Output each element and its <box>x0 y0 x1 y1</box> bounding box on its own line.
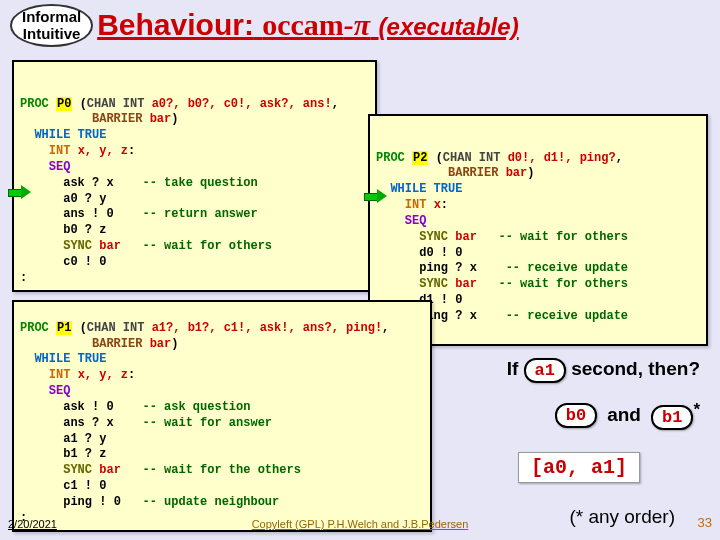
informal-intuitive-oval: InformalIntuitive <box>10 4 93 47</box>
footer-copyleft: Copyleft (GPL) P.H.Welch and J.B.Pederse… <box>252 518 469 530</box>
chip-a1: a1 <box>524 358 566 383</box>
any-order-note: (* any order) <box>569 506 675 528</box>
chip-b1: b1 <box>651 405 693 430</box>
question-text: If a1 second, then? <box>507 358 700 383</box>
code-p1: PROC P1 (CHAN INT a1?, b1?, c1!, ask!, a… <box>12 300 432 532</box>
arrow-icon <box>364 190 386 202</box>
bracket-list: [a0, a1] <box>518 452 640 483</box>
footer-date: 2/20/2021 <box>8 518 57 530</box>
page-number: 33 <box>698 515 712 530</box>
answer-row: b0 and b1* <box>555 400 700 430</box>
code-p0: PROC P0 (CHAN INT a0?, b0?, c0!, ask?, a… <box>12 60 377 292</box>
arrow-icon <box>8 186 30 198</box>
slide-title: Behaviour: occam-π (executable) <box>97 8 518 42</box>
chip-b0: b0 <box>555 403 597 428</box>
